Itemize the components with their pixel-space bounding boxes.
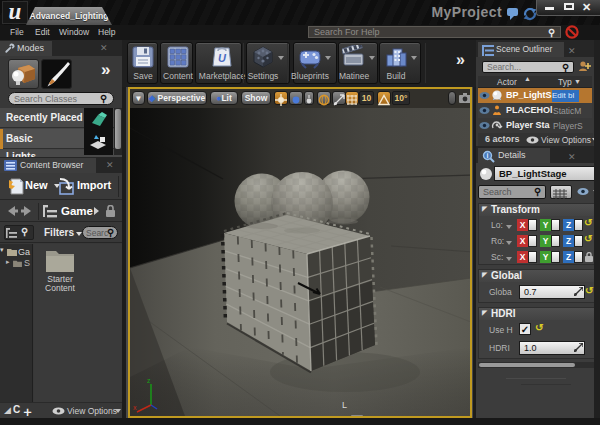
svg-text:z: z xyxy=(147,377,151,384)
svg-text:L: L xyxy=(342,400,347,410)
svg-text:x: x xyxy=(133,404,137,411)
svg-text:i: i xyxy=(487,152,489,159)
svg-text:U: U xyxy=(218,52,227,64)
